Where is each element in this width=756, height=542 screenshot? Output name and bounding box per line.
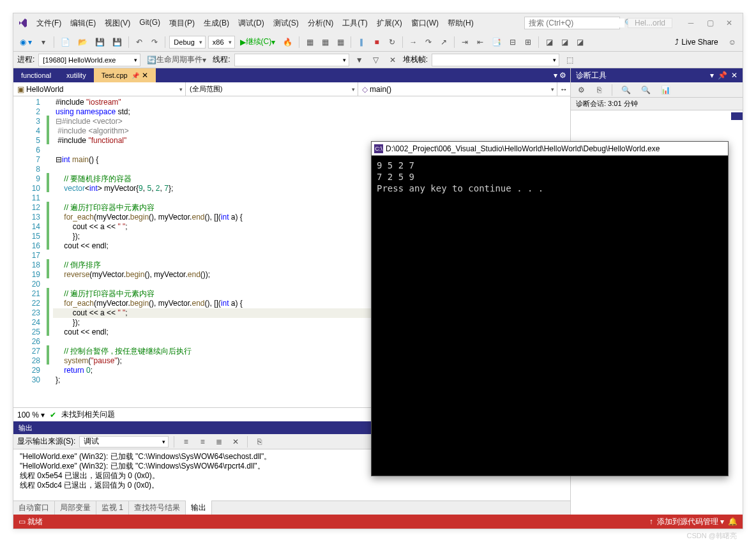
tb-icon-2[interactable]: ▦ [319,35,331,49]
tb-icon-1[interactable]: ▦ [303,35,316,49]
bottom-tab-1[interactable]: 局部变量 [55,501,96,515]
diag-open-icon[interactable]: ⎘ [593,83,605,97]
diag-zoomout-icon[interactable]: 🔍 [639,83,653,97]
tb2-icon-2[interactable]: ▽ [370,53,382,67]
nav-project-dropdown[interactable]: ▣ HelloWorld [13,82,186,96]
menu-test[interactable]: 测试(S) [269,15,303,31]
menu-edit[interactable]: 编辑(E) [66,15,100,31]
tb-icon-f[interactable]: ◪ [543,35,556,49]
config-dropdown[interactable]: Debug [169,36,205,49]
thread-dropdown[interactable] [234,54,349,66]
console-body[interactable]: 9 5 2 7 7 2 5 9 Press any key to continu… [372,156,728,476]
menu-project[interactable]: 项目(P) [165,15,199,31]
out-icon-4[interactable]: ⎘ [253,435,266,449]
menu-analyze[interactable]: 分析(N) [304,15,338,31]
split-icon[interactable]: ↔ [557,82,570,96]
pause-icon[interactable]: ∥ [355,35,368,49]
tab-settings-icon[interactable]: ▾ ⚙ [550,71,570,80]
code-line[interactable]: ⊟#include <vector> [53,117,570,126]
diag-pin-icon[interactable]: 📌 [718,71,727,80]
close-button[interactable]: ✕ [720,17,739,29]
stack-dropdown[interactable] [432,54,559,66]
menu-tools[interactable]: 工具(T) [338,15,371,31]
nav-scope-dropdown[interactable]: (全局范围) [186,82,358,96]
solution-explorer-tab[interactable]: 解决方案资源管理器 [731,112,743,120]
feedback-icon[interactable]: ☺ [726,35,739,49]
step-into-icon[interactable]: → [407,35,420,49]
tb-icon-c[interactable]: 📑 [489,35,504,49]
tb2-icon-4[interactable]: ⬚ [563,53,576,67]
code-line[interactable]: using namespace std; [53,107,570,117]
output-source-dropdown[interactable]: 调试 [79,436,169,448]
editor-tab-1[interactable]: xutility [59,68,94,82]
tb-icon-a[interactable]: ⇥ [458,35,471,49]
redo-icon[interactable]: ↷ [148,35,161,49]
out-icon-3[interactable]: ≣ [213,435,225,449]
stop-icon[interactable]: ■ [370,35,383,49]
menu-extensions[interactable]: 扩展(X) [373,15,406,31]
diag-close-icon[interactable]: ✕ [731,71,737,80]
source-control-button[interactable]: 添加到源代码管理 ▾ [657,516,724,527]
bottom-tab-0[interactable]: 自动窗口 [13,501,55,515]
change-mark [47,259,49,269]
maximize-button[interactable]: ▢ [700,17,720,29]
watermark: CSDN @韩曙亮 [687,531,737,541]
pin-icon[interactable]: 📌 [132,72,139,79]
undo-icon[interactable]: ↶ [133,35,146,49]
search-box[interactable]: 🔍 [524,17,620,29]
diag-dropdown-icon[interactable]: ▾ [710,71,714,80]
save-all-icon[interactable]: 💾 [110,35,125,49]
close-icon[interactable]: ✕ [142,71,148,80]
diagnostics-header[interactable]: 诊断工具 ▾📌✕ [571,68,743,82]
menu-debug[interactable]: 调试(D) [234,15,268,31]
menu-file[interactable]: 文件(F) [33,15,65,31]
out-icon-2[interactable]: ≡ [196,435,209,449]
restart-icon[interactable]: ↻ [386,35,398,49]
process-dropdown[interactable]: [19680] HelloWorld.exe [38,54,140,66]
save-icon[interactable]: 💾 [93,35,107,49]
out-clear-icon[interactable]: ✕ [229,435,242,449]
editor-tab-2[interactable]: Test.cpp📌✕ [94,68,156,82]
live-share-button[interactable]: ⤴Live Share [670,38,723,47]
tb-icon-g[interactable]: ◪ [558,35,571,49]
continue-button[interactable]: ▶ 继续(C) ▾ [238,35,278,49]
menu-window[interactable]: 窗口(W) [407,15,442,31]
console-window[interactable]: C:\ D:\002_Project\006_Visual_Studio\Hel… [371,141,729,476]
open-icon[interactable]: 📂 [75,35,90,49]
nav-member-dropdown[interactable]: ◇ main() [358,82,557,96]
bottom-tab-3[interactable]: 查找符号结果 [129,501,186,515]
menu-build[interactable]: 生成(B) [200,15,233,31]
code-line[interactable]: #include <algorithm> [53,126,570,136]
tb-icon-h[interactable]: ◪ [573,35,586,49]
out-icon-1[interactable]: ≡ [179,435,192,449]
hot-reload-icon[interactable]: 🔥 [280,35,295,49]
zoom-dropdown[interactable]: 100 % ▾ [17,410,45,419]
code-line[interactable]: #include "iostream" [53,98,570,107]
menu-git[interactable]: Git(G) [135,15,164,31]
diag-settings-icon[interactable]: ⚙ [575,83,587,97]
minimize-button[interactable]: ─ [681,17,700,29]
tb2-icon-3[interactable]: ✕ [386,53,399,67]
tb-icon-3[interactable]: ▦ [334,35,347,49]
nav-fwd-icon[interactable]: ▾ [37,35,50,49]
tb-icon-b[interactable]: ⇤ [474,35,487,49]
tb2-icon-1[interactable]: ▼ [353,53,366,67]
diag-zoomin-icon[interactable]: 🔍 [619,83,633,97]
new-file-icon[interactable]: 📄 [58,35,73,49]
menu-view[interactable]: 视图(V) [101,15,134,31]
console-titlebar[interactable]: C:\ D:\002_Project\006_Visual_Studio\Hel… [372,142,728,156]
platform-dropdown[interactable]: x86 [208,36,235,49]
status-sync-icon[interactable]: 🔔 [728,517,737,526]
step-over-icon[interactable]: ↷ [422,35,435,49]
lifecycle-icon[interactable]: 🔄 生命周期事件 ▾ [144,53,209,67]
bottom-tab-4[interactable]: 输出 [186,501,212,515]
menu-help[interactable]: 帮助(H) [444,15,478,31]
diag-chart-icon[interactable]: 📊 [658,83,673,97]
bottom-tab-2[interactable]: 监视 1 [96,501,129,515]
step-out-icon[interactable]: ↗ [437,35,450,49]
nav-back-icon[interactable]: ◉ ▾ [17,35,34,49]
tb-icon-d[interactable]: ⊟ [506,35,519,49]
tb-icon-e[interactable]: ⊞ [522,35,534,49]
editor-tab-0[interactable]: functional [13,68,59,82]
search-input[interactable] [529,19,624,27]
